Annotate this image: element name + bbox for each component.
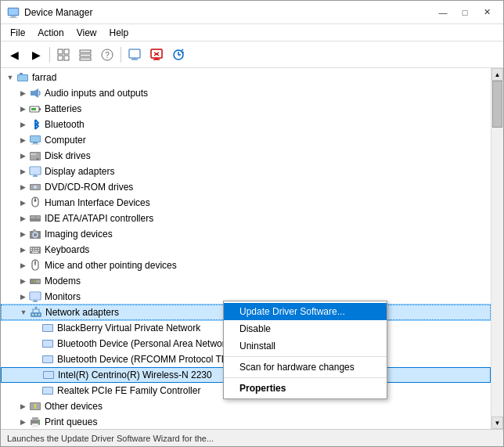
ctx-uninstall[interactable]: Uninstall [224, 337, 387, 355]
batteries-label: Batteries [45, 103, 81, 114]
svg-rect-55 [33, 248, 34, 250]
toolbar-btn-scan[interactable] [168, 45, 189, 65]
svg-point-68 [34, 281, 35, 283]
svg-rect-61 [38, 250, 39, 251]
scroll-thumb[interactable] [492, 81, 502, 128]
tree-item-hid[interactable]: ▶ Human Interface Devices [1, 195, 491, 211]
menu-view[interactable]: View [70, 26, 103, 40]
network-expander[interactable]: ▼ [17, 306, 30, 319]
menu-bar: File Action View Help [1, 24, 503, 41]
root-expander[interactable]: ▼ [4, 71, 16, 84]
tree-item-computer[interactable]: ▶ Computer [1, 132, 491, 148]
mice-label: Mice and other pointing devices [45, 260, 177, 271]
monitors-icon [29, 290, 41, 303]
bluetooth-expander[interactable]: ▶ [16, 118, 29, 131]
menu-help[interactable]: Help [103, 26, 135, 40]
scroll-down-button[interactable]: ▼ [491, 416, 503, 429]
close-button[interactable]: ✕ [477, 4, 497, 21]
svg-rect-48 [31, 216, 35, 218]
tree-item-disk[interactable]: ▶ Disk drives [1, 148, 491, 164]
display-icon [29, 165, 41, 178]
tree-root[interactable]: ▼ farrad [1, 70, 491, 85]
mice-expander[interactable]: ▶ [16, 259, 29, 272]
title-bar: Device Manager — □ ✕ [1, 1, 503, 24]
back-button[interactable]: ◀ [4, 45, 24, 65]
svg-text:!: ! [34, 402, 37, 410]
monitors-expander[interactable]: ▶ [16, 290, 29, 303]
toolbar-btn-grid[interactable] [53, 45, 74, 65]
tree-item-display[interactable]: ▶ Display adapters [1, 164, 491, 179]
scroll-track[interactable] [491, 81, 503, 416]
toolbar-btn-monitor[interactable] [124, 45, 145, 65]
ctx-update[interactable]: Update Driver Software... [224, 303, 387, 320]
toolbar-btn-list[interactable] [75, 45, 95, 65]
ctx-properties[interactable]: Properties [224, 380, 387, 397]
ctx-separator-2 [224, 377, 387, 378]
tree-item-modems[interactable]: ▶ Modems [1, 273, 491, 289]
print-label: Print queues [45, 416, 97, 427]
audio-icon [29, 87, 41, 99]
ctx-scan[interactable]: Scan for hardware changes [224, 359, 387, 376]
svg-point-65 [34, 262, 36, 264]
forward-button[interactable]: ▶ [26, 45, 46, 65]
intel-icon [42, 369, 55, 381]
ide-label: IDE ATA/ATAPI controllers [45, 213, 153, 224]
btpan-label: Bluetooth Device (Personal Area Network) [57, 338, 233, 349]
vertical-scrollbar[interactable]: ▲ ▼ [491, 68, 503, 429]
computer-expander[interactable]: ▶ [16, 134, 29, 146]
svg-point-46 [34, 200, 37, 202]
tree-item-batteries[interactable]: ▶ Batteries [1, 101, 491, 117]
svg-rect-71 [31, 293, 40, 299]
imaging-expander[interactable]: ▶ [16, 228, 29, 240]
dvd-expander[interactable]: ▶ [16, 181, 29, 193]
tree-item-print[interactable]: ▶ Print queues [1, 414, 491, 429]
disk-label: Disk drives [45, 150, 91, 161]
toolbar-btn-remove[interactable] [146, 45, 167, 65]
svg-rect-23 [18, 75, 27, 81]
tree-item-ide[interactable]: ▶ IDE ATA/ATAPI controllers [1, 211, 491, 226]
keyboards-label: Keyboards [45, 244, 89, 255]
network-label: Network adapters [45, 307, 119, 318]
tree-item-audio[interactable]: ▶ Audio inputs and outputs [1, 85, 491, 101]
print-expander[interactable]: ▶ [16, 416, 29, 428]
minimize-button[interactable]: — [433, 4, 453, 21]
bvpn-icon [41, 322, 54, 334]
svg-rect-5 [64, 49, 69, 54]
audio-label: Audio inputs and outputs [45, 88, 148, 99]
tree-item-mice[interactable]: ▶ Mice and other pointing devices [1, 258, 491, 273]
tree-item-imaging[interactable]: ▶ Imaging devices [1, 226, 491, 242]
svg-rect-84 [43, 356, 52, 362]
batteries-expander[interactable]: ▶ [16, 103, 29, 115]
context-menu: Update Driver Software... Disable Uninst… [223, 301, 387, 399]
other-icon: ! [29, 400, 41, 413]
toolbar-separator-2 [121, 47, 121, 63]
disk-expander[interactable]: ▶ [16, 150, 29, 162]
tree-item-other[interactable]: ▶ ! Other devices [1, 398, 491, 414]
menu-file[interactable]: File [4, 26, 31, 40]
svg-rect-27 [39, 108, 41, 110]
menu-action[interactable]: Action [31, 26, 70, 40]
btrfcomm-label: Bluetooth Device (RFCOMM Protocol TDI) [57, 354, 234, 365]
svg-rect-58 [31, 250, 32, 251]
ide-expander[interactable]: ▶ [16, 212, 29, 225]
svg-rect-38 [31, 168, 40, 174]
ide-icon [29, 212, 41, 225]
audio-expander[interactable]: ▶ [16, 87, 29, 99]
keyboards-expander[interactable]: ▶ [16, 243, 29, 256]
scroll-up-button[interactable]: ▲ [491, 68, 503, 81]
svg-rect-8 [80, 50, 91, 52]
other-expander[interactable]: ▶ [16, 400, 29, 413]
modems-expander[interactable]: ▶ [16, 275, 29, 287]
tree-item-bluetooth[interactable]: ▶ Bluetooth [1, 117, 491, 132]
display-expander[interactable]: ▶ [16, 165, 29, 178]
svg-rect-69 [36, 280, 40, 283]
ctx-disable[interactable]: Disable [224, 320, 387, 337]
tree-item-dvd[interactable]: ▶ DVD/CD-ROM drives [1, 179, 491, 195]
toolbar-btn-help[interactable]: ? [97, 45, 117, 65]
imaging-label: Imaging devices [45, 229, 113, 240]
svg-text:?: ? [105, 51, 110, 59]
maximize-button[interactable]: □ [455, 4, 475, 21]
tree-item-keyboards[interactable]: ▶ Keyboards [1, 242, 491, 258]
toolbar: ◀ ▶ ? [1, 41, 503, 68]
hid-expander[interactable]: ▶ [16, 196, 29, 209]
